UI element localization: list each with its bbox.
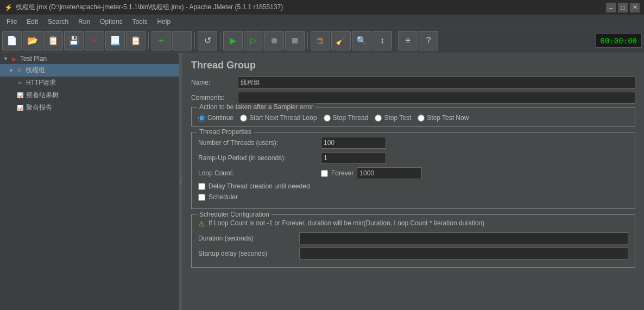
run-no-pause-button[interactable]: ▷ <box>244 31 263 50</box>
sidebar-item-results-tree[interactable]: 📊 察看结果树 <box>0 89 179 102</box>
collapse-button[interactable]: ≡ <box>398 31 418 50</box>
radio-stop-test-now[interactable]: Stop Test Now <box>418 114 469 122</box>
radio-start-next-label: Start Next Thread Loop <box>249 114 317 122</box>
paste-button[interactable]: 📋 <box>126 31 146 50</box>
loop-count-input[interactable] <box>357 167 422 179</box>
add-button[interactable]: + <box>151 31 171 50</box>
radio-continue-input[interactable] <box>198 115 205 122</box>
menu-edit[interactable]: Edit <box>22 17 42 27</box>
save-template-button[interactable]: 📋 <box>43 31 63 50</box>
new-button[interactable]: 📄 <box>2 31 22 50</box>
loop-count-row: Loop Count: Forever <box>198 167 628 179</box>
delay-thread-label: Delay Thread creation until needed <box>209 182 310 190</box>
menu-tools[interactable]: Tools <box>128 17 151 27</box>
menu-options[interactable]: Options <box>96 17 127 27</box>
startup-delay-input[interactable] <box>299 248 628 260</box>
sidebar-item-test-plan[interactable]: ▼ ▶ Test Plan <box>0 53 179 64</box>
expand-icon: ▼ <box>3 56 8 61</box>
num-threads-input[interactable] <box>321 137 386 149</box>
main-content: ▼ ▶ Test Plan ▼ ⚙ 线程组 ✏ HTTP请求 📊 察看结果树 📊… <box>0 53 644 310</box>
help-button[interactable]: ? <box>419 31 438 50</box>
open-button[interactable]: 📂 <box>23 31 42 50</box>
name-label: Name: <box>191 79 235 86</box>
http-request-icon: ✏ <box>16 79 24 87</box>
expand-button[interactable]: ↕ <box>372 31 392 50</box>
thread-expand-icon: ▼ <box>9 68 14 73</box>
thread-props-group: Thread Properties Number of Threads (use… <box>191 132 635 209</box>
scheduler-label: Scheduler <box>209 193 238 201</box>
title-bar: ⚡ 线程组.jmx (D:\jmeter\apache-jmeter-5.1.1… <box>0 0 644 15</box>
window-title: 线程组.jmx (D:\jmeter\apache-jmeter-5.1.1\b… <box>16 3 283 12</box>
action-group-box: Action to be taken after a Sampler error… <box>191 107 635 126</box>
radio-start-next[interactable]: Start Next Thread Loop <box>240 114 317 122</box>
radio-stop-thread[interactable]: Stop Thread <box>324 114 369 122</box>
menu-file[interactable]: File <box>2 17 21 27</box>
ramp-up-row: Ramp-Up Period (in seconds): <box>198 152 628 164</box>
panel-title: Thread Group <box>191 60 635 71</box>
sidebar: ▼ ▶ Test Plan ▼ ⚙ 线程组 ✏ HTTP请求 📊 察看结果树 📊… <box>0 53 179 310</box>
duration-label: Duration (seconds) <box>198 235 296 242</box>
menu-run[interactable]: Run <box>74 17 94 27</box>
scheduler-config-group: Scheduler Configuration ⚠ If Loop Count … <box>191 214 635 268</box>
clear-button[interactable]: 🧹 <box>331 31 351 50</box>
menu-help[interactable]: Help <box>153 17 175 27</box>
window-controls: – □ ✕ <box>606 3 640 12</box>
name-input[interactable] <box>238 77 635 88</box>
duration-row: Duration (seconds) <box>198 232 628 244</box>
ramp-up-input[interactable] <box>321 152 386 164</box>
radio-stop-test-input[interactable] <box>375 115 382 122</box>
duration-input[interactable] <box>299 232 628 244</box>
clear-all-button[interactable]: 🗑 <box>311 31 330 50</box>
remove-button[interactable]: – <box>172 31 192 50</box>
action-group-title: Action to be taken after a Sampler error <box>197 103 315 111</box>
radio-stop-test-now-label: Stop Test Now <box>427 114 469 122</box>
scheduler-checkbox[interactable] <box>198 194 205 201</box>
radio-group: Continue Start Next Thread Loop Stop Thr… <box>198 112 628 122</box>
stop-all-button[interactable]: ⏺ <box>264 31 284 50</box>
run-button[interactable]: ▶ <box>223 31 243 50</box>
comments-input[interactable] <box>238 92 635 104</box>
maximize-button[interactable]: □ <box>618 3 628 12</box>
scheduler-row-check: Scheduler <box>198 193 628 201</box>
copy-button[interactable]: 📃 <box>105 31 125 50</box>
comments-row: Comments: <box>191 92 635 104</box>
scheduler-config-title: Scheduler Configuration <box>197 211 272 218</box>
num-threads-row: Number of Threads (users): <box>198 137 628 149</box>
shutdown-button[interactable]: ⏹ <box>285 31 305 50</box>
sidebar-item-aggregate-report[interactable]: 📊 聚合报告 <box>0 102 179 114</box>
toolbar-separator-2 <box>194 33 195 49</box>
undo-button[interactable]: ↺ <box>198 31 217 50</box>
timer-display: 00:00:00 <box>596 34 642 48</box>
radio-start-next-input[interactable] <box>240 115 247 122</box>
app-icon: ⚡ <box>4 4 12 11</box>
minimize-button[interactable]: – <box>606 3 616 12</box>
thread-group-icon: ⚙ <box>16 67 23 74</box>
radio-stop-thread-input[interactable] <box>324 115 331 122</box>
radio-continue[interactable]: Continue <box>198 114 233 122</box>
loop-count-label: Loop Count: <box>198 169 318 177</box>
thread-group-label: 线程组 <box>26 66 45 75</box>
menu-search[interactable]: Search <box>43 17 73 27</box>
comments-label: Comments: <box>191 94 235 102</box>
sidebar-item-thread-group[interactable]: ▼ ⚙ 线程组 <box>0 64 179 77</box>
title-text: ⚡ 线程组.jmx (D:\jmeter\apache-jmeter-5.1.1… <box>4 3 283 12</box>
http-request-label: HTTP请求 <box>26 78 56 87</box>
startup-delay-label: Startup delay (seconds) <box>198 250 296 257</box>
radio-stop-test-now-input[interactable] <box>418 115 425 122</box>
warning-text: If Loop Count is not -1 or Forever, dura… <box>209 219 484 227</box>
forever-checkbox[interactable] <box>321 170 328 177</box>
radio-stop-thread-label: Stop Thread <box>333 114 369 122</box>
search-toolbar-button[interactable]: 🔍 <box>352 31 371 50</box>
save-button[interactable]: 💾 <box>64 31 84 50</box>
ramp-up-label: Ramp-Up Period (in seconds): <box>198 154 318 162</box>
toolbar-separator-5 <box>395 33 395 49</box>
delay-thread-checkbox[interactable] <box>198 183 205 190</box>
menu-bar: File Edit Search Run Options Tools Help <box>0 15 644 28</box>
toolbar-separator-3 <box>220 33 220 49</box>
right-panel: Thread Group Name: Comments: Action to b… <box>182 53 644 310</box>
cut-button[interactable]: ✂ <box>85 31 104 50</box>
radio-stop-test[interactable]: Stop Test <box>375 114 411 122</box>
close-button[interactable]: ✕ <box>630 3 640 12</box>
test-plan-icon: ▶ <box>10 55 18 62</box>
sidebar-item-http-request[interactable]: ✏ HTTP请求 <box>0 77 179 89</box>
